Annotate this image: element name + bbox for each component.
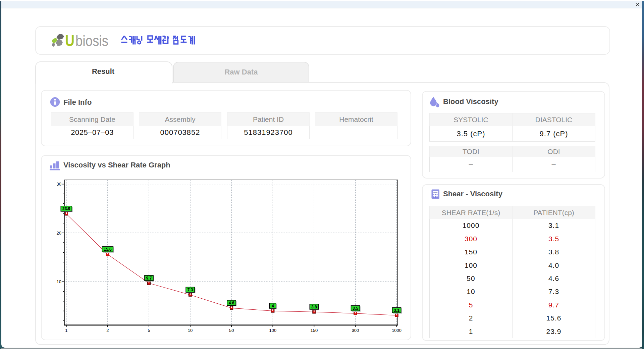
svg-text:10: 10 [188,328,193,333]
svg-text:10: 10 [57,279,61,284]
svg-text:biosis: biosis [75,32,108,49]
svg-text:50: 50 [229,328,234,333]
svg-text:9.7: 9.7 [146,276,152,281]
svg-text:3.5: 3.5 [353,306,358,311]
svg-text:2: 2 [106,328,109,333]
svg-text:15.6: 15.6 [104,247,112,252]
svg-text:7.3: 7.3 [187,288,193,292]
svg-text:30: 30 [57,182,61,187]
svg-text:4.6: 4.6 [229,301,234,305]
svg-text:4: 4 [272,304,274,308]
svg-text:23.9: 23.9 [62,206,70,211]
svg-text:300: 300 [352,328,359,333]
svg-text:3.1: 3.1 [394,308,399,313]
svg-text:1000: 1000 [392,328,401,333]
svg-text:3.8: 3.8 [311,305,317,309]
svg-text:U: U [65,32,74,49]
svg-text:150: 150 [311,328,318,333]
svg-text:100: 100 [269,328,276,333]
svg-text:1: 1 [65,328,67,333]
svg-text:20: 20 [57,231,61,236]
svg-text:5: 5 [148,328,150,333]
